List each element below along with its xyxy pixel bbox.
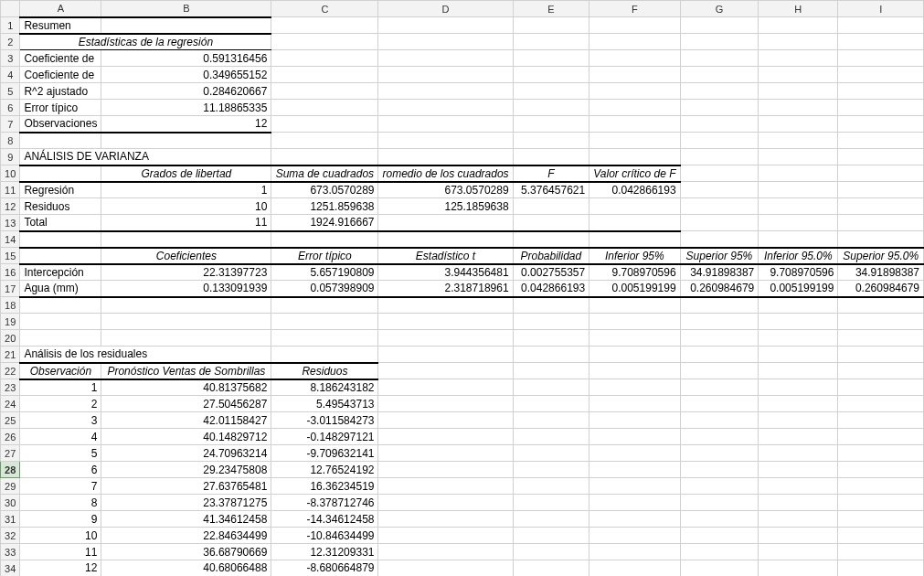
cell[interactable] xyxy=(589,67,680,83)
cell[interactable]: -8.680664879 xyxy=(271,560,378,577)
cell[interactable] xyxy=(759,34,838,50)
cell[interactable] xyxy=(378,297,513,314)
cell[interactable] xyxy=(513,297,589,314)
col-B[interactable]: B xyxy=(101,1,271,17)
cell[interactable] xyxy=(759,462,838,478)
cell[interactable] xyxy=(271,67,378,83)
cell[interactable]: Inferior 95% xyxy=(589,248,680,264)
cell[interactable] xyxy=(378,511,513,528)
cell[interactable] xyxy=(680,34,759,50)
cell[interactable]: Superior 95% xyxy=(680,248,759,264)
cell[interactable]: Valor crítico de F xyxy=(589,165,680,182)
cell[interactable] xyxy=(589,330,680,347)
cell[interactable] xyxy=(838,412,924,429)
row-header[interactable]: 22 xyxy=(1,363,20,379)
cell[interactable] xyxy=(271,116,378,133)
cell[interactable] xyxy=(838,17,924,34)
cell[interactable] xyxy=(378,67,513,83)
cell[interactable] xyxy=(759,50,838,67)
cell[interactable] xyxy=(589,379,680,396)
spreadsheet-grid[interactable]: A B C D E F G H I 1 Resumen 2 Estadístic… xyxy=(0,0,924,576)
cell[interactable]: 12 xyxy=(20,560,101,577)
cell[interactable]: 27.63765481 xyxy=(101,478,271,495)
cell[interactable] xyxy=(378,445,513,462)
cell[interactable] xyxy=(513,215,589,231)
cell[interactable] xyxy=(838,379,924,396)
cell[interactable] xyxy=(101,231,271,248)
cell[interactable] xyxy=(680,544,759,560)
cell[interactable] xyxy=(378,363,513,379)
cell[interactable] xyxy=(759,149,838,165)
cell[interactable] xyxy=(759,100,838,116)
cell[interactable] xyxy=(759,511,838,528)
cell[interactable] xyxy=(513,67,589,83)
cell[interactable] xyxy=(838,528,924,544)
cell[interactable] xyxy=(680,314,759,330)
cell[interactable] xyxy=(680,330,759,347)
cell[interactable] xyxy=(838,478,924,495)
cell[interactable] xyxy=(589,495,680,511)
cell[interactable] xyxy=(513,462,589,478)
cell[interactable] xyxy=(838,116,924,133)
row-header[interactable]: 26 xyxy=(1,429,20,445)
cell[interactable]: Resumen xyxy=(20,17,101,34)
row-header[interactable]: 2 xyxy=(1,34,20,50)
cell[interactable] xyxy=(513,116,589,133)
cell[interactable] xyxy=(838,495,924,511)
cell[interactable]: Coeficiente de xyxy=(20,50,101,67)
cell[interactable]: 34.91898387 xyxy=(680,264,759,281)
cell[interactable]: 8.186243182 xyxy=(271,379,378,396)
cell[interactable] xyxy=(378,133,513,149)
cell[interactable] xyxy=(271,100,378,116)
cell[interactable] xyxy=(513,149,589,165)
cell[interactable] xyxy=(378,330,513,347)
cell[interactable] xyxy=(680,478,759,495)
row-header[interactable]: 14 xyxy=(1,231,20,248)
cell[interactable] xyxy=(680,100,759,116)
cell[interactable]: ANÁLISIS DE VARIANZA xyxy=(20,149,271,165)
cell[interactable]: 0.260984679 xyxy=(680,281,759,297)
cell[interactable]: Observaciones xyxy=(20,116,101,133)
cell[interactable]: Probabilidad xyxy=(513,248,589,264)
row-header[interactable]: 1 xyxy=(1,17,20,34)
cell[interactable] xyxy=(838,363,924,379)
cell[interactable]: 5.376457621 xyxy=(513,182,589,198)
cell[interactable] xyxy=(680,215,759,231)
cell[interactable]: 673.0570289 xyxy=(378,182,513,198)
cell[interactable] xyxy=(589,445,680,462)
cell[interactable]: 3 xyxy=(20,412,101,429)
cell[interactable]: 1251.859638 xyxy=(271,198,378,215)
row-header[interactable]: 31 xyxy=(1,511,20,528)
row-header[interactable]: 12 xyxy=(1,198,20,215)
cell[interactable] xyxy=(378,478,513,495)
cell[interactable]: 11 xyxy=(101,215,271,231)
cell[interactable]: 41.34612458 xyxy=(101,511,271,528)
cell[interactable] xyxy=(680,429,759,445)
cell[interactable] xyxy=(20,314,101,330)
cell[interactable]: 24.70963214 xyxy=(101,445,271,462)
cell[interactable]: 673.0570289 xyxy=(271,182,378,198)
cell[interactable] xyxy=(680,347,759,363)
cell[interactable]: 0.002755357 xyxy=(513,264,589,281)
cell[interactable]: 5.49543713 xyxy=(271,396,378,412)
cell[interactable] xyxy=(378,149,513,165)
cell[interactable] xyxy=(680,17,759,34)
cell[interactable]: 9.708970596 xyxy=(759,264,838,281)
col-A[interactable]: A xyxy=(20,1,101,17)
cell[interactable] xyxy=(513,198,589,215)
cell[interactable] xyxy=(838,149,924,165)
cell[interactable]: Total xyxy=(20,215,101,231)
row-header[interactable]: 20 xyxy=(1,330,20,347)
cell[interactable] xyxy=(513,396,589,412)
cell[interactable] xyxy=(101,297,271,314)
cell[interactable]: 23.37871275 xyxy=(101,495,271,511)
cell[interactable] xyxy=(589,133,680,149)
cell[interactable] xyxy=(513,231,589,248)
cell[interactable] xyxy=(513,544,589,560)
cell[interactable]: 6 xyxy=(20,462,101,478)
col-D[interactable]: D xyxy=(378,1,513,17)
cell[interactable]: Observación xyxy=(20,363,101,379)
corner-cell[interactable] xyxy=(1,1,20,17)
cell[interactable] xyxy=(378,17,513,34)
cell[interactable] xyxy=(513,330,589,347)
